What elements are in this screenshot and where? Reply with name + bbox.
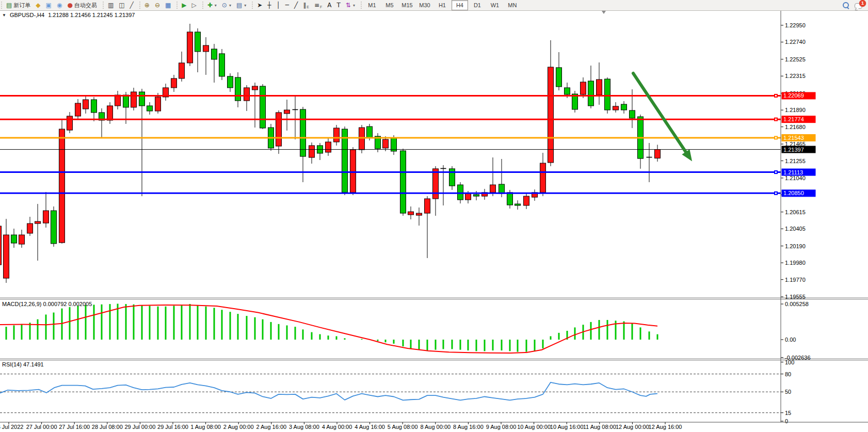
- candle-body: [284, 110, 290, 114]
- periods-button[interactable]: ⊙▾: [220, 0, 233, 10]
- level-handle-dot: [775, 137, 777, 138]
- price-tag-label: 1.20850: [783, 190, 804, 196]
- search-icon[interactable]: [843, 2, 849, 9]
- candle-body: [465, 194, 471, 200]
- indicators-button[interactable]: ✚▾: [205, 0, 219, 10]
- price-axis-label: 1.22315: [785, 73, 806, 79]
- time-axis-label: 1 Aug 08:00: [190, 424, 221, 430]
- cursor-button[interactable]: ➤: [255, 0, 264, 10]
- candle-body: [458, 185, 463, 200]
- candle-body: [139, 92, 145, 106]
- time-axis-label: 26 Jul 2022: [0, 424, 23, 430]
- fibonacci-button[interactable]: ≡F: [312, 0, 324, 10]
- timeframe-h1-button[interactable]: H1: [434, 0, 451, 10]
- indicators-dropdown-icon[interactable]: ▾: [215, 3, 217, 8]
- candle-body: [490, 185, 496, 193]
- new-order-label: 新订单: [13, 2, 30, 9]
- bar-chart-button[interactable]: ▥: [106, 0, 116, 10]
- time-axis-label: 8 Aug 16:00: [453, 424, 484, 430]
- candle-body: [334, 128, 340, 142]
- chart-shift-icon: ▷: [192, 1, 197, 10]
- level-handle-dot: [775, 193, 777, 194]
- candle-body: [400, 151, 406, 213]
- auto-trading-button[interactable]: ●自动交易: [65, 0, 99, 10]
- candle-body: [179, 63, 185, 78]
- vertical-line-button[interactable]: │: [275, 0, 282, 10]
- zoom-in-icon: ⊕: [144, 1, 150, 10]
- timeframe-h4-button[interactable]: H4: [452, 0, 468, 10]
- channel-button[interactable]: ∥E: [301, 0, 311, 10]
- trendline-icon: ╱: [294, 1, 298, 10]
- rsi-indicator-label: RSI(14) 47.1491: [2, 361, 44, 367]
- candle-body: [597, 79, 602, 95]
- toolbar: ▤新订单◆▣◉●自动交易▥◫╱⊕⊖▦▶▷✚▾⊙▾▤▾➤┼│─╱∥E≡FAT⇅▾M…: [0, 0, 868, 11]
- timeframe-w1-button[interactable]: W1: [487, 0, 503, 10]
- crosshair-icon: ┼: [267, 1, 271, 10]
- candle-body: [115, 95, 121, 106]
- templates-button[interactable]: ▤▾: [234, 0, 248, 10]
- timeframe-mn-button[interactable]: MN: [504, 0, 521, 10]
- time-axis-label: 11 Aug 08:00: [583, 424, 616, 430]
- timeframe-m15-button[interactable]: M15: [399, 0, 415, 10]
- tile-windows-button[interactable]: ▦: [163, 0, 173, 10]
- timeframe-d1-button[interactable]: D1: [469, 0, 486, 10]
- price-tag-label: 1.21397: [783, 147, 804, 153]
- candle-body: [107, 106, 113, 120]
- time-axis-label: 12 Aug 16:00: [649, 424, 682, 430]
- time-axis-label: 27 Jul 00:00: [26, 424, 57, 430]
- signal-icon: ◉: [57, 1, 62, 10]
- text-label-button[interactable]: T: [335, 0, 343, 10]
- templates-dropdown-icon[interactable]: ▾: [244, 3, 246, 8]
- line-chart-button[interactable]: ╱: [128, 0, 136, 10]
- candle-body: [187, 32, 193, 63]
- candle-chart-button[interactable]: ◫: [117, 0, 126, 10]
- trendline-button[interactable]: ╱: [292, 0, 300, 10]
- candle-body: [507, 193, 513, 205]
- templates-icon: ▤: [236, 1, 242, 10]
- candle-body: [11, 235, 17, 243]
- text-button[interactable]: A: [325, 0, 333, 10]
- timeframe-m1-button[interactable]: M1: [364, 0, 380, 10]
- collapse-arrow-icon[interactable]: ▼: [2, 13, 6, 18]
- auto-scroll-button[interactable]: ▶: [180, 0, 188, 10]
- signal-button[interactable]: ◉: [55, 0, 64, 10]
- price-axis-label: 1.22950: [785, 22, 806, 28]
- chart-canvas[interactable]: 0.0052580.00-0.00263610080501501.229501.…: [0, 0, 868, 432]
- new-order-button[interactable]: ▤新订单: [4, 0, 33, 10]
- auto-trading-icon: ●: [67, 1, 72, 10]
- zoom-in-button[interactable]: ⊕: [142, 0, 152, 10]
- periods-dropdown-icon[interactable]: ▾: [229, 3, 231, 8]
- level-handle-dot: [775, 171, 777, 173]
- shapes-button[interactable]: ⇅▾: [344, 0, 357, 10]
- timeframe-m5-button[interactable]: M5: [381, 0, 398, 10]
- time-axis-label: 10 Aug 00:00: [517, 424, 551, 430]
- candle-body: [43, 211, 49, 223]
- candle-body: [408, 212, 414, 215]
- candle-body: [383, 139, 389, 148]
- horizontal-line-button[interactable]: ─: [283, 0, 291, 10]
- candle-body: [556, 68, 562, 87]
- candle-body: [147, 106, 153, 111]
- channel-icon: ∥: [303, 1, 306, 10]
- toolbar-right: 1: [843, 2, 868, 9]
- tile-windows-icon: ▦: [165, 1, 171, 10]
- time-axis-label: 8 Aug 00:00: [420, 424, 451, 430]
- level-handle-dot: [775, 119, 777, 120]
- candle-body: [260, 86, 266, 128]
- candle-body: [367, 126, 373, 138]
- toolbar-group-0: ▤新订单◆▣◉●自动交易: [0, 0, 102, 10]
- price-axis-label: 1.20615: [785, 209, 806, 215]
- candle-body: [499, 184, 505, 194]
- shapes-dropdown-icon[interactable]: ▾: [353, 3, 355, 8]
- timeframe-m30-button[interactable]: M30: [416, 0, 433, 10]
- macd-axis-label: 0.005258: [785, 301, 809, 307]
- gold-button[interactable]: ◆: [34, 0, 42, 10]
- text-label-icon: T: [337, 1, 341, 10]
- price-axis-label: 1.19980: [785, 260, 806, 266]
- terminal-button[interactable]: ▣: [44, 0, 54, 10]
- candle-body: [433, 169, 439, 199]
- zoom-out-button[interactable]: ⊖: [153, 0, 162, 10]
- chat-icon[interactable]: 1: [855, 2, 863, 8]
- crosshair-button[interactable]: ┼: [265, 0, 273, 10]
- chart-shift-button[interactable]: ▷: [190, 0, 199, 10]
